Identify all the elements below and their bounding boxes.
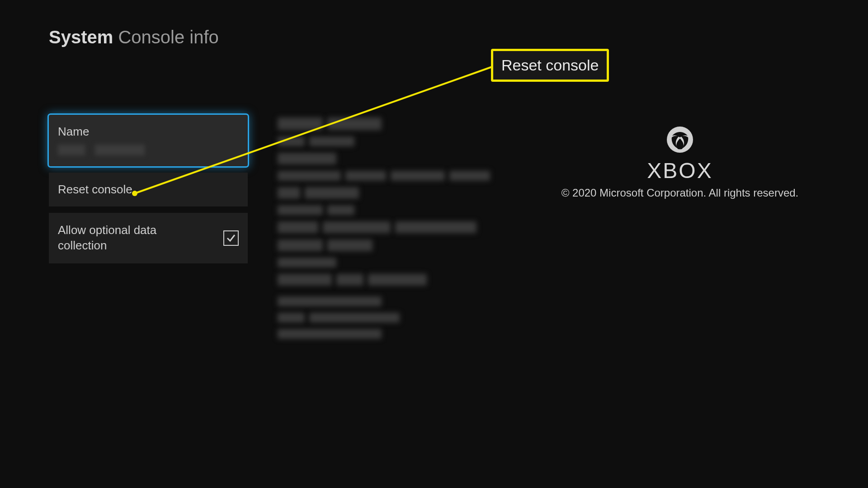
checkmark-icon	[226, 233, 236, 244]
xbox-logo-icon	[667, 127, 693, 153]
brand-panel: XBOX © 2020 Microsoft Corporation. All r…	[540, 127, 820, 199]
menu-item-reset-label: Reset console	[58, 183, 132, 196]
console-info-details-redacted	[278, 117, 490, 345]
brand-name: XBOX	[540, 158, 820, 183]
menu-item-reset-console[interactable]: Reset console	[49, 173, 248, 206]
menu-item-name[interactable]: Name	[49, 115, 248, 166]
header-page-title: Console info	[118, 27, 218, 47]
menu-item-data-collection-label: Allow optional data collection	[58, 223, 193, 253]
annotation-callout-text: Reset console	[501, 56, 599, 74]
page-header: System Console info	[49, 27, 219, 47]
settings-menu: Name Reset console Allow optional data c…	[49, 115, 248, 270]
menu-item-data-collection[interactable]: Allow optional data collection	[49, 213, 248, 263]
brand-copyright: © 2020 Microsoft Corporation. All rights…	[540, 187, 820, 199]
header-section: System	[49, 27, 113, 47]
menu-item-name-label: Name	[58, 125, 239, 139]
annotation-callout: Reset console	[491, 49, 609, 82]
checkbox-data-collection[interactable]	[223, 230, 239, 246]
menu-item-name-value-redacted	[58, 142, 239, 156]
